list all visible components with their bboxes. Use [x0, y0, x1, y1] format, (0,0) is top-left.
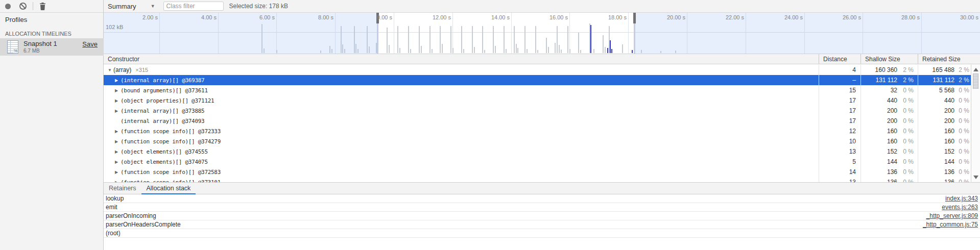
profiles-panel-title: Profiles — [5, 16, 27, 23]
allocation-bar — [440, 26, 441, 53]
allocation-bar — [493, 26, 494, 53]
scroll-up-icon[interactable] — [973, 68, 978, 71]
allocation-bar — [559, 45, 560, 53]
shallow-size-cell: 32 — [891, 85, 897, 95]
source-location-link[interactable]: events.js:263 — [942, 203, 978, 212]
perspective-select[interactable]: Summary ▼ — [104, 3, 159, 10]
record-heap-icon[interactable] — [5, 4, 11, 9]
column-header-shallow-size[interactable]: Shallow Size — [865, 56, 900, 63]
source-location-link[interactable]: index.js:343 — [945, 194, 978, 203]
allocation-timeline-overview[interactable]: 2.00 s4.00 s6.00 s8.00 s0.00 s12.00 s14.… — [104, 13, 980, 54]
allocation-bar — [569, 49, 570, 53]
retained-size-cell: 160 — [944, 126, 954, 136]
expand-arrow-icon[interactable]: ▶ — [115, 86, 121, 96]
table-row[interactable]: ▶(bound arguments)[] @373611 15 32 0 % 5… — [104, 85, 971, 95]
expand-arrow-icon[interactable]: ▶ — [115, 167, 121, 178]
allocation-bar — [495, 46, 496, 53]
expand-arrow-icon[interactable]: ▶ — [115, 147, 121, 157]
expand-arrow-icon[interactable]: ▶ — [115, 157, 121, 167]
allocation-bar — [452, 48, 453, 53]
allocation-bar — [484, 50, 485, 53]
distance-cell: 4 — [852, 65, 856, 75]
table-row[interactable]: ▶(function scope info)[] @372583 14 136 … — [104, 167, 971, 177]
ruler-tick-label: 22.00 s — [713, 14, 744, 20]
allocation-bar — [517, 48, 518, 53]
distance-cell: 17 — [849, 106, 856, 116]
column-header-constructor[interactable]: Constructor — [108, 56, 139, 63]
retained-size-cell: 136 — [944, 167, 954, 177]
table-row[interactable]: ▶(function scope info)[] @374279 10 160 … — [104, 136, 971, 146]
allocation-bar — [514, 26, 515, 53]
allocation-bar — [389, 45, 390, 53]
shallow-size-cell: 136 — [887, 177, 897, 182]
selection-handle-right[interactable] — [633, 13, 636, 23]
class-filter-input[interactable] — [163, 2, 224, 11]
retained-size-cell: 165 488 — [933, 65, 954, 75]
stack-frame-row: (root) — [104, 229, 980, 238]
table-row[interactable]: ▼(array)×315 4 160 360 2 % 165 488 2 % — [104, 65, 971, 75]
vertical-scrollbar[interactable] — [971, 65, 980, 182]
constructor-name: (function scope info)[] @374279 — [121, 138, 221, 145]
scroll-down-icon[interactable] — [973, 176, 978, 179]
table-row[interactable]: ▶(object elements)[] @374555 13 152 0 % … — [104, 146, 971, 157]
distance-cell: 5 — [852, 157, 856, 167]
table-row[interactable]: ▶(object elements)[] @374075 5 144 0 % 1… — [104, 157, 971, 167]
table-row[interactable]: ▶(object properties)[] @371121 17 440 0 … — [104, 95, 971, 106]
allocation-bar — [535, 26, 536, 53]
expand-arrow-icon[interactable]: ▶ — [115, 106, 121, 116]
expand-arrow-icon[interactable]: ▶ — [115, 178, 121, 182]
source-location-link[interactable]: _http_common.js:75 — [923, 220, 978, 229]
column-header-retained-size[interactable]: Retained Size — [922, 56, 961, 63]
tab-allocation-stack[interactable]: Allocation stack — [141, 183, 196, 194]
distance-cell: 10 — [849, 136, 856, 146]
table-row[interactable]: ▶(function scope info)[] @372333 12 160 … — [104, 126, 971, 136]
column-separator[interactable] — [861, 54, 861, 64]
tab-retainers[interactable]: Retainers — [104, 183, 141, 194]
distance-cell: 17 — [849, 95, 856, 106]
shallow-size-percent: 2 % — [903, 75, 914, 85]
distance-cell: 13 — [849, 177, 856, 182]
clear-profiles-icon[interactable] — [19, 3, 27, 10]
source-location-link[interactable]: _http_server.js:809 — [926, 212, 978, 220]
expand-arrow-icon[interactable]: ▶ — [115, 127, 121, 137]
save-link[interactable]: Save — [82, 40, 98, 48]
ruler-tick-label: 30.00 s — [948, 14, 978, 20]
retained-size-percent: 0 % — [959, 116, 969, 126]
ruler-gridline — [452, 13, 453, 54]
allocation-bar — [472, 26, 473, 53]
shallow-size-percent: 0 % — [903, 167, 914, 177]
delete-profile-icon[interactable] — [39, 3, 46, 10]
table-row[interactable]: ▶(function scope info)[] @373101 13 136 … — [104, 177, 971, 182]
column-separator[interactable] — [918, 54, 918, 64]
expand-arrow-icon[interactable]: ▶ — [115, 96, 121, 106]
column-header-distance[interactable]: Distance — [823, 56, 847, 63]
column-separator[interactable] — [819, 54, 819, 64]
distance-cell: – — [852, 75, 856, 85]
function-name: parserOnHeadersComplete — [106, 220, 181, 229]
allocation-bar — [622, 44, 623, 53]
ruler-tick-label: 18.00 s — [596, 14, 627, 20]
shallow-size-percent: 0 % — [903, 126, 914, 136]
ruler-tick-label: 4.00 s — [186, 14, 217, 20]
constructor-name: (internal array)[] @373885 — [121, 108, 204, 114]
bottom-tabbar: RetainersAllocation stack — [104, 182, 980, 194]
sidebar-item-snapshot-1[interactable]: Snapshot 1 6.7 MB Save — [0, 38, 104, 56]
table-row[interactable]: ▶(internal array)[] @373885 17 200 0 % 2… — [104, 106, 971, 116]
expand-arrow-icon[interactable]: ▶ — [115, 76, 121, 86]
distance-cell: 13 — [849, 146, 856, 157]
table-row[interactable]: (internal array)[] @374093 17 200 0 % 20… — [104, 116, 971, 126]
allocation-bar — [593, 49, 594, 53]
shallow-size-cell: 160 — [887, 126, 897, 136]
column-separator — [819, 65, 819, 182]
constructor-name: (internal array)[] @369387 — [121, 77, 204, 84]
scrollbar-thumb[interactable] — [973, 73, 978, 89]
table-row[interactable]: ▶(internal array)[] @369387 – 131 112 2 … — [104, 75, 971, 85]
retained-size-percent: 0 % — [959, 126, 969, 136]
allocation-bar — [399, 48, 400, 53]
heap-view: Summary ▼ Selected size: 178 kB 2.00 s4.… — [104, 0, 980, 250]
expand-arrow-icon[interactable]: ▼ — [108, 65, 113, 76]
constructor-name: (object elements)[] @374555 — [121, 148, 208, 155]
expand-arrow-icon[interactable]: ▶ — [115, 137, 121, 147]
retained-size-percent: 0 % — [959, 136, 969, 146]
allocation-bar — [421, 46, 422, 53]
